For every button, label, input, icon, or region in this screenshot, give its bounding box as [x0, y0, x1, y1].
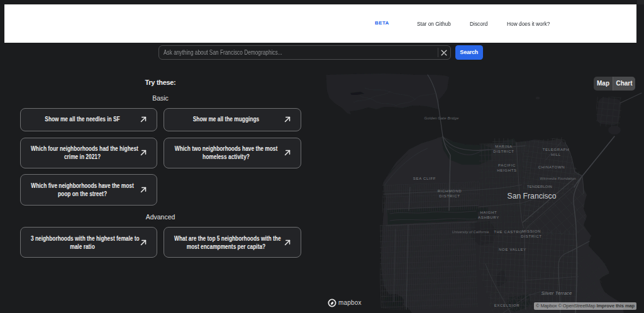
- svg-text:DISTRICT: DISTRICT: [521, 234, 541, 238]
- svg-text:RICHMOND: RICHMOND: [438, 189, 462, 193]
- svg-text:PACIFIC: PACIFIC: [498, 163, 516, 167]
- svg-text:EXCELSIOR: EXCELSIOR: [494, 304, 520, 307]
- svg-text:HILL: HILL: [551, 153, 560, 156]
- svg-text:SEA CLIFF: SEA CLIFF: [413, 177, 436, 180]
- svg-text:San Francisco: San Francisco: [508, 191, 557, 200]
- svg-text:University of California: University of California: [452, 230, 489, 234]
- svg-text:MISSION: MISSION: [522, 229, 541, 233]
- svg-text:Wikimedia Foundation: Wikimedia Foundation: [540, 177, 575, 180]
- svg-text:Silver Terrace: Silver Terrace: [541, 290, 572, 296]
- svg-text:TENDERLOIN: TENDERLOIN: [527, 185, 552, 189]
- svg-text:TELEGRAPH: TELEGRAPH: [543, 148, 570, 151]
- svg-text:Golden Gate Bridge: Golden Gate Bridge: [425, 116, 459, 120]
- svg-text:NOE VALLEY: NOE VALLEY: [499, 248, 526, 251]
- svg-text:DISTRICT: DISTRICT: [439, 194, 460, 198]
- svg-text:HEIGHTS: HEIGHTS: [497, 168, 517, 172]
- svg-text:CHINATOWN: CHINATOWN: [538, 165, 565, 169]
- svg-text:HAIGHT: HAIGHT: [480, 211, 497, 214]
- svg-text:ASHBURY: ASHBURY: [478, 216, 499, 219]
- svg-text:MARINA: MARINA: [495, 145, 513, 148]
- svg-text:THE CASTRO: THE CASTRO: [494, 230, 523, 234]
- svg-text:DISTRICT: DISTRICT: [493, 150, 514, 153]
